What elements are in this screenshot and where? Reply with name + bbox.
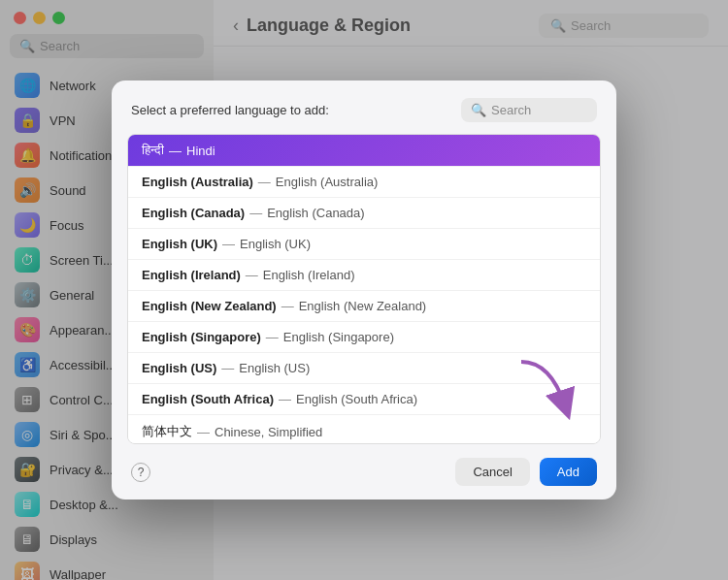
- language-picker-modal: Select a preferred language to add: 🔍 Se…: [112, 81, 616, 499]
- lang-native: हिन्दी: [142, 143, 164, 158]
- modal-prompt: Select a preferred language to add:: [131, 103, 329, 117]
- lang-separator: —: [266, 330, 279, 344]
- list-item[interactable]: English (US) — English (US): [128, 353, 600, 384]
- lang-native: English (Canada): [142, 206, 245, 220]
- lang-native: English (New Zealand): [142, 299, 277, 313]
- search-icon: 🔍: [471, 103, 486, 117]
- lang-english: Chinese, Simplified: [215, 425, 322, 439]
- lang-separator: —: [246, 268, 258, 282]
- modal-search-input[interactable]: 🔍 Search: [461, 98, 597, 122]
- list-item[interactable]: English (Canada) — English (Canada): [128, 198, 600, 229]
- lang-separator: —: [281, 299, 294, 313]
- lang-native: English (South Africa): [142, 392, 274, 406]
- lang-native: English (Singapore): [142, 330, 261, 344]
- modal-overlay: Select a preferred language to add: 🔍 Se…: [0, 0, 728, 580]
- list-item[interactable]: English (Singapore) — English (Singapore…: [128, 322, 600, 353]
- cancel-button[interactable]: Cancel: [455, 458, 529, 486]
- lang-english: English (UK): [240, 237, 311, 251]
- lang-english: English (Canada): [267, 206, 364, 220]
- lang-native: English (US): [142, 361, 216, 375]
- lang-english: English (Singapore): [283, 330, 394, 344]
- lang-separator: —: [222, 237, 235, 251]
- lang-english: English (South Africa): [296, 392, 417, 406]
- lang-separator: —: [249, 206, 262, 220]
- lang-separator: —: [169, 144, 182, 158]
- lang-english: Hindi: [186, 144, 215, 158]
- lang-native: 简体中文: [142, 423, 192, 440]
- list-item[interactable]: English (New Zealand) — English (New Zea…: [128, 291, 600, 322]
- lang-separator: —: [258, 175, 271, 189]
- lang-english: English (Ireland): [263, 268, 355, 282]
- search-placeholder: Search: [491, 103, 531, 117]
- language-list[interactable]: हिन्दी — Hindi English (Australia) — Eng…: [127, 134, 601, 444]
- list-item[interactable]: English (UK) — English (UK): [128, 229, 600, 260]
- lang-native: English (Australia): [142, 175, 253, 189]
- list-item[interactable]: English (Australia) — English (Australia…: [128, 167, 600, 198]
- footer-buttons: Cancel Add: [455, 458, 597, 486]
- list-item[interactable]: English (South Africa) — English (South …: [128, 384, 600, 415]
- lang-separator: —: [197, 425, 210, 439]
- lang-english: English (Australia): [276, 175, 379, 189]
- lang-english: English (US): [239, 361, 310, 375]
- modal-header: Select a preferred language to add: 🔍 Se…: [112, 81, 616, 134]
- lang-separator: —: [221, 361, 234, 375]
- list-item[interactable]: English (Ireland) — English (Ireland): [128, 260, 600, 291]
- modal-footer: ? Cancel Add: [112, 444, 616, 499]
- list-item[interactable]: 简体中文 — Chinese, Simplified: [128, 415, 600, 444]
- lang-native: English (Ireland): [142, 268, 241, 282]
- lang-english: English (New Zealand): [299, 299, 427, 313]
- list-item[interactable]: हिन्दी — Hindi: [128, 135, 600, 167]
- help-button[interactable]: ?: [131, 463, 150, 482]
- lang-native: English (UK): [142, 237, 217, 251]
- add-button[interactable]: Add: [540, 458, 597, 486]
- lang-separator: —: [279, 392, 291, 406]
